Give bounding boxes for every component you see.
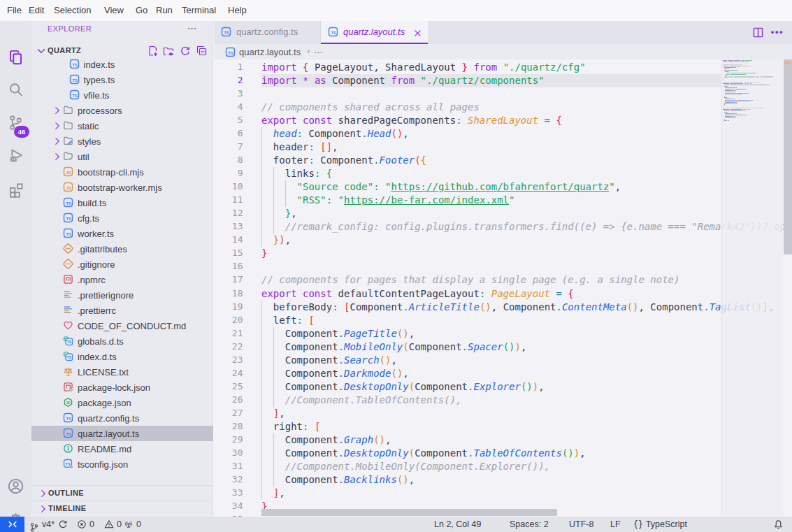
tree-item-label: .npmrc bbox=[78, 275, 106, 285]
tree-item-tsconfig.json[interactable]: TStsconfig.json bbox=[31, 456, 213, 472]
breadcrumb[interactable]: TS quartz.layout.ts › … bbox=[214, 44, 792, 59]
tree-item-label: tsconfig.json bbox=[78, 459, 128, 470]
activity-extensions[interactable] bbox=[0, 175, 31, 203]
tree-item-index.ts[interactable]: TSindex.ts bbox=[31, 57, 213, 72]
tree-item-label: vfile.ts bbox=[84, 90, 110, 101]
code-line-2: import * as Component from "./quartz/com… bbox=[214, 74, 792, 87]
line-number: 19 bbox=[214, 301, 243, 312]
tree-item-package-lock.json[interactable]: package-lock.json bbox=[31, 380, 213, 395]
overview-ruler-mark bbox=[784, 62, 791, 64]
menu-edit[interactable]: Edit bbox=[22, 0, 50, 21]
tree-item-util[interactable]: util bbox=[31, 149, 213, 164]
breadcrumb-file[interactable]: quartz.layout.ts bbox=[239, 47, 301, 57]
tree-item-cfg.ts[interactable]: TScfg.ts bbox=[31, 210, 213, 226]
split-editor-icon[interactable] bbox=[753, 27, 763, 38]
tree-item-static[interactable]: static bbox=[31, 118, 213, 134]
menu-help[interactable]: Help bbox=[222, 0, 253, 21]
braces-icon: {} bbox=[633, 519, 643, 530]
remote-indicator[interactable] bbox=[0, 517, 24, 532]
activity-run-debug[interactable] bbox=[0, 141, 31, 169]
activity-search[interactable] bbox=[0, 76, 31, 103]
code-text: } bbox=[261, 247, 267, 259]
sidebar-more-icon[interactable]: ⋯ bbox=[187, 23, 197, 34]
ports-status[interactable]: 0 bbox=[124, 517, 141, 532]
eol[interactable]: LF bbox=[610, 517, 621, 532]
menu-view[interactable]: View bbox=[98, 0, 130, 21]
breadcrumb-symbol[interactable]: … bbox=[314, 45, 323, 55]
section-label: QUARTZ bbox=[48, 46, 81, 55]
tree-item-types.ts[interactable]: TStypes.ts bbox=[31, 72, 213, 87]
tree-item-package.json[interactable]: JSpackage.json bbox=[31, 395, 213, 410]
minimap[interactable] bbox=[721, 59, 783, 517]
editor-more-icon[interactable]: ••• bbox=[771, 27, 784, 37]
tree-item-label: build.ts bbox=[78, 198, 106, 208]
refresh-icon[interactable] bbox=[180, 45, 191, 57]
tree-item-.prettierignore[interactable]: .prettierignore bbox=[31, 287, 213, 303]
tree-item-label: .prettierrc bbox=[78, 305, 116, 316]
activity-account[interactable] bbox=[0, 472, 31, 500]
language-mode[interactable]: {}TypeScript bbox=[633, 517, 687, 532]
line-number: 1 bbox=[214, 62, 243, 72]
ts-file-icon: TS bbox=[63, 213, 74, 224]
code-text: ], bbox=[261, 487, 285, 498]
tree-item-build.ts[interactable]: TSbuild.ts bbox=[31, 195, 213, 210]
activity-source-control[interactable]: 46 bbox=[0, 108, 31, 136]
tree-item-bootstrap-cli.mjs[interactable]: JSbootstrap-cli.mjs bbox=[31, 164, 213, 180]
code-line-24: Component.Darkmode(),24 bbox=[214, 367, 792, 380]
svg-text:TS: TS bbox=[66, 432, 71, 436]
tree-item-.npmrc[interactable]: .npmrc bbox=[31, 272, 213, 287]
code-text: // components for pages that display a s… bbox=[261, 274, 679, 285]
panel-timeline[interactable]: TIMELINE bbox=[31, 501, 213, 516]
tree-item-processors[interactable]: processors bbox=[31, 103, 213, 118]
problems-status[interactable]: 00 bbox=[77, 517, 122, 532]
tree-item-.gitignore[interactable]: .gitignore bbox=[31, 257, 213, 272]
code-editor[interactable]: import { PageLayout, SharedLayout } from… bbox=[214, 59, 792, 517]
tree-item-bootstrap-worker.mjs[interactable]: JSbootstrap-worker.mjs bbox=[31, 180, 213, 195]
tree-item-.prettierrc[interactable]: .prettierrc bbox=[31, 303, 213, 318]
chevron-right-icon bbox=[52, 152, 62, 161]
tree-item-worker.ts[interactable]: TSworker.ts bbox=[31, 226, 213, 241]
panel-outline[interactable]: OUTLINE bbox=[31, 485, 213, 501]
menu-selection[interactable]: Selection bbox=[48, 0, 97, 21]
tree-item-label: styles bbox=[78, 136, 101, 147]
tree-item-vfile.ts[interactable]: TSvfile.ts bbox=[31, 87, 213, 103]
new-folder-icon[interactable] bbox=[163, 45, 174, 57]
code-text: "RSS": "https://be-far.com/index.xml" bbox=[261, 194, 514, 206]
svg-text:TS: TS bbox=[66, 417, 71, 421]
tab-quartz.config.ts[interactable]: TSquartz.config.ts bbox=[214, 21, 321, 44]
tree-item-index.d.ts[interactable]: TSindex.d.ts bbox=[31, 349, 213, 364]
activity-explorer[interactable] bbox=[0, 43, 31, 71]
vertical-scrollbar[interactable] bbox=[783, 59, 792, 517]
tree-item-quartz.config.ts[interactable]: TSquartz.config.ts bbox=[31, 410, 213, 426]
encoding[interactable]: UTF-8 bbox=[569, 517, 593, 532]
code-line-19: beforeBody: [Component.ArticleTitle(), C… bbox=[214, 301, 792, 314]
tree-item-CODE_OF_CONDUCT.md[interactable]: CODE_OF_CONDUCT.md bbox=[31, 318, 213, 333]
tab-quartz.layout.ts[interactable]: TSquartz.layout.ts bbox=[321, 21, 428, 44]
vscode-window: FileEditSelectionViewGoRunTerminalHelp 4… bbox=[0, 0, 792, 532]
tree-item-quartz.layout.ts[interactable]: TSquartz.layout.ts bbox=[31, 426, 213, 441]
tree-item-LICENSE.txt[interactable]: LICENSE.txt bbox=[31, 364, 213, 380]
close-icon[interactable] bbox=[413, 28, 422, 37]
notifications[interactable] bbox=[773, 517, 784, 532]
tree-item-README.md[interactable]: README.md bbox=[31, 441, 213, 456]
svg-text:TS: TS bbox=[228, 51, 233, 55]
branch-status[interactable]: v4* bbox=[29, 517, 55, 532]
tree-item-styles[interactable]: styles bbox=[31, 134, 213, 149]
vertical-scrollbar-slider[interactable] bbox=[784, 59, 792, 254]
horizontal-scrollbar-slider[interactable] bbox=[261, 509, 557, 517]
code-line-10: "Source code": "https://github.com/bfahr… bbox=[214, 180, 792, 194]
menu-run[interactable]: Run bbox=[150, 0, 179, 21]
collapse-all-icon[interactable] bbox=[196, 45, 208, 57]
menu-terminal[interactable]: Terminal bbox=[175, 0, 222, 21]
chevron-right-icon bbox=[52, 121, 62, 131]
new-file-icon[interactable] bbox=[147, 45, 159, 57]
tree-item-globals.d.ts[interactable]: TSglobals.d.ts bbox=[31, 333, 213, 349]
code-text: right: [ bbox=[261, 421, 320, 432]
line-number: 6 bbox=[214, 128, 243, 138]
indentation[interactable]: Spaces: 2 bbox=[510, 517, 549, 532]
tree-item-label: quartz.layout.ts bbox=[78, 429, 139, 439]
cursor-position[interactable]: Ln 2, Col 49 bbox=[434, 517, 481, 532]
line-number: 12 bbox=[214, 208, 243, 218]
tree-item-.gitattributes[interactable]: .gitattributes bbox=[31, 241, 213, 257]
sync-status[interactable] bbox=[58, 517, 68, 532]
